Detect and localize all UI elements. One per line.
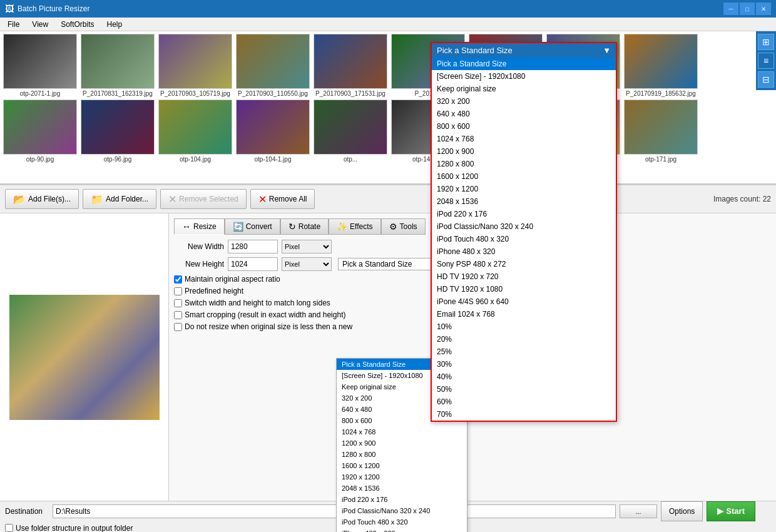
remove-all-button[interactable]: ✕ Remove All (250, 189, 315, 209)
menubar: File View SoftOrbits Help (0, 18, 776, 31)
add-folder-button[interactable]: 📁 Add Folder... (83, 189, 156, 209)
image-thumb-container[interactable]: P_20170903_105719.jpg (158, 34, 233, 97)
small-dropdown-item[interactable]: iPod 220 x 176 (337, 494, 467, 505)
dropdown-item[interactable]: iPhone 480 x 320 (432, 245, 616, 258)
small-dropdown-item[interactable]: 1200 x 900 (337, 437, 467, 449)
image-thumb-container[interactable]: otp-104-1.jpg (235, 100, 310, 163)
small-dropdown-item[interactable]: 2048 x 1536 (337, 483, 467, 494)
destination-browse-button[interactable]: ... (620, 504, 657, 518)
preview-panel (0, 213, 169, 501)
dropdown-item[interactable]: 20% (432, 333, 616, 345)
resize-tab-icon: ↔ (182, 222, 191, 232)
tab-effects[interactable]: ✨ Effects (329, 218, 380, 235)
dropdown-item[interactable]: 800 x 600 (432, 120, 616, 133)
dropdown-item[interactable]: 1280 x 800 (432, 158, 616, 170)
dropdown-item[interactable]: 2048 x 1536 (432, 195, 616, 208)
dropdown-item[interactable]: Email 1024 x 768 (432, 308, 616, 320)
dropdown-item[interactable]: 1024 x 768 (432, 133, 616, 145)
options-button[interactable]: Options (661, 501, 703, 521)
start-button[interactable]: ▶ Start (707, 501, 755, 521)
close-button[interactable]: ✕ (756, 3, 771, 15)
dropdown-item[interactable]: iPod Touch 480 x 320 (432, 233, 616, 245)
dropdown-item[interactable]: 1600 x 1200 (432, 170, 616, 183)
dropdown-item[interactable]: HD TV 1920 x 1080 (432, 283, 616, 295)
small-dropdown-item[interactable]: 1280 x 800 (337, 449, 467, 460)
dropdown-item[interactable]: 40% (432, 371, 616, 383)
small-dropdown-item[interactable]: iPhone 480 x 320 (337, 528, 467, 532)
minimize-button[interactable]: ─ (723, 3, 738, 15)
image-thumb (314, 34, 387, 89)
dropdown-item[interactable]: 30% (432, 358, 616, 371)
new-width-unit[interactable]: Pixel % (282, 240, 332, 253)
tab-tools[interactable]: ⚙ Tools (381, 218, 426, 235)
image-thumb (236, 100, 310, 155)
menu-file[interactable]: File (3, 19, 24, 30)
convert-tab-icon: 🔄 (233, 222, 243, 232)
dropdown-item[interactable]: Keep original size (432, 83, 616, 95)
dropdown-item[interactable]: [Screen Size] - 1920x1080 (432, 70, 616, 83)
tools-tab-icon: ⚙ (389, 222, 397, 232)
image-thumb-container[interactable]: otp-96.jpg (80, 100, 155, 163)
new-width-input[interactable] (228, 240, 278, 253)
dropdown-item[interactable]: Sony PSP 480 x 272 (432, 258, 616, 270)
image-thumb-container[interactable]: otp-90.jpg (3, 100, 78, 163)
dropdown-item[interactable]: 1920 x 1200 (432, 183, 616, 195)
image-thumb (624, 34, 698, 89)
tab-rotate[interactable]: ↻ Rotate (280, 218, 329, 235)
view-list-icon[interactable]: ≡ (758, 53, 774, 69)
tab-convert[interactable]: 🔄 Convert (225, 218, 280, 235)
image-thumb-container[interactable]: P_20170831_162319.jpg (80, 34, 155, 97)
image-thumb-label: otp-96.jpg (104, 156, 131, 163)
destination-input[interactable] (53, 504, 616, 518)
dropdown-item[interactable]: 25% (432, 345, 616, 358)
image-thumb-container[interactable]: otp... (313, 100, 388, 163)
maintain-aspect-checkbox[interactable] (174, 275, 182, 284)
dropdown-item[interactable]: 320 x 200 (432, 95, 616, 108)
image-thumb-container[interactable]: otp-171.jpg (623, 100, 698, 163)
window-controls: ─ □ ✕ (723, 3, 771, 15)
folder-structure-checkbox[interactable] (5, 524, 13, 532)
view-grid-icon[interactable]: ⊟ (758, 71, 774, 88)
add-files-button[interactable]: 📂 Add File(s)... (5, 189, 79, 209)
dropdown-item[interactable]: 70% (432, 408, 616, 421)
image-thumb (81, 34, 155, 89)
image-thumb-container[interactable]: P_20170903_110550.jpg (235, 34, 310, 97)
small-dropdown-item[interactable]: iPod Touch 480 x 320 (337, 516, 467, 528)
dropdown-item[interactable]: 1200 x 900 (432, 145, 616, 158)
image-thumb-container[interactable]: P_20170903_171531.jpg (313, 34, 388, 97)
image-thumb-container[interactable]: otp-104.jpg (158, 100, 233, 163)
new-height-input[interactable] (228, 257, 278, 271)
switch-width-height-checkbox[interactable] (174, 299, 182, 307)
remove-selected-button[interactable]: ✕ Remove Selected (160, 189, 247, 209)
dropdown-item[interactable]: iPod 220 x 176 (432, 208, 616, 220)
dropdown-header: Pick a Standard Size ▼ (432, 43, 616, 58)
small-dropdown-item[interactable]: iPod Classic/Nano 320 x 240 (337, 505, 467, 516)
standard-size-dropdown-large[interactable]: Pick a Standard Size ▼ Pick a Standard S… (431, 42, 617, 422)
dropdown-item[interactable]: iPone 4/4S 960 x 640 (432, 295, 616, 308)
smart-crop-checkbox[interactable] (174, 311, 182, 319)
menu-softorbits[interactable]: SoftOrbits (56, 19, 99, 30)
dropdown-item[interactable]: Pick a Standard Size (432, 58, 616, 70)
dropdown-item[interactable]: iPod Classic/Nano 320 x 240 (432, 220, 616, 233)
new-height-unit[interactable]: Pixel % (282, 257, 332, 271)
small-dropdown-item[interactable]: 1024 x 768 (337, 426, 467, 437)
image-thumb-container[interactable]: otp-2071-1.jpg (3, 34, 78, 97)
image-thumb-container[interactable]: P_20170919_185632.jpg (623, 34, 698, 97)
dropdown-item[interactable]: 50% (432, 383, 616, 396)
predefined-height-checkbox[interactable] (174, 287, 182, 295)
menu-help[interactable]: Help (102, 19, 128, 30)
dropdown-item[interactable]: 60% (432, 396, 616, 408)
view-thumbnails-icon[interactable]: ⊞ (758, 34, 774, 50)
tab-resize[interactable]: ↔ Resize (174, 218, 225, 235)
small-dropdown-item[interactable]: 1920 x 1200 (337, 471, 467, 483)
maximize-button[interactable]: □ (740, 3, 755, 15)
no-resize-checkbox[interactable] (174, 323, 182, 331)
add-folder-icon: 📁 (91, 193, 103, 205)
effects-tab-icon: ✨ (337, 222, 347, 232)
dropdown-item[interactable]: HD TV 1920 x 720 (432, 270, 616, 283)
image-thumb-label: P_20170903_110550.jpg (238, 90, 308, 97)
menu-view[interactable]: View (27, 19, 53, 30)
dropdown-item[interactable]: 640 x 480 (432, 108, 616, 120)
small-dropdown-item[interactable]: 1600 x 1200 (337, 460, 467, 471)
dropdown-item[interactable]: 10% (432, 320, 616, 333)
